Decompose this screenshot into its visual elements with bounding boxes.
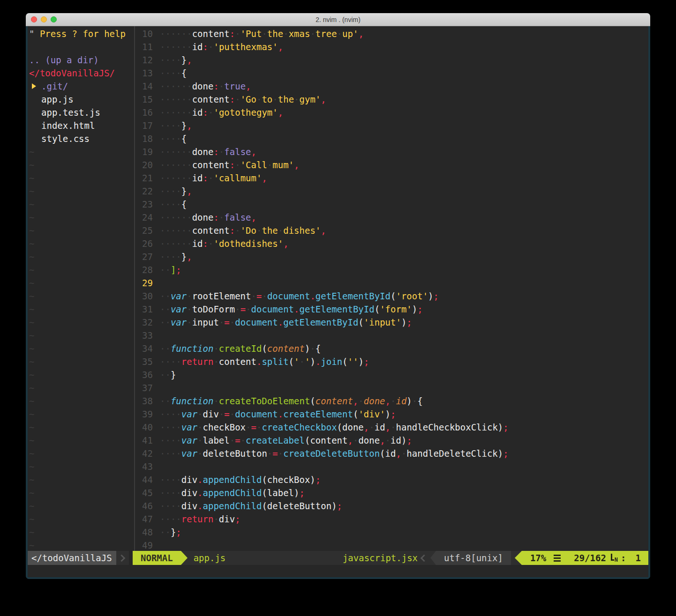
- code-line-37[interactable]: 37: [135, 381, 648, 394]
- code-line-23[interactable]: 23····{: [135, 198, 648, 211]
- code-line-17[interactable]: 17····},: [135, 119, 648, 132]
- tree-item-app-test-js[interactable]: app.test.js: [28, 106, 134, 119]
- command-line[interactable]: [28, 565, 648, 577]
- code-text: ······content:·'Call·mum',: [160, 158, 300, 171]
- tree-tilde: ~: [28, 185, 134, 198]
- tree-tilde: ~: [28, 447, 134, 460]
- code-line-42[interactable]: 42····var·deleteButton·=·createDeleteBut…: [135, 447, 648, 460]
- code-text: ··};: [160, 526, 181, 539]
- code-text: ··var·toDoForm·=·document.getElementById…: [160, 303, 423, 316]
- line-number: 27: [135, 250, 153, 263]
- tree-tilde: ~: [28, 276, 134, 289]
- code-line-44[interactable]: 44····div.appendChild(checkBox);: [135, 473, 648, 486]
- code-line-30[interactable]: 30··var·rootElement·=·document.getElemen…: [135, 289, 648, 303]
- code-line-21[interactable]: 21······id:·'callmum',: [135, 171, 648, 185]
- line-number: 26: [135, 237, 153, 250]
- powerline-arrow-right-icon: [181, 551, 188, 565]
- code-line-33[interactable]: 33: [135, 329, 648, 342]
- code-text: ······content:·'Put·the·xmas·tree·up',: [160, 27, 364, 40]
- code-text: ······done:·true,: [160, 80, 251, 93]
- code-line-10[interactable]: 10······content:·'Put·the·xmas·tree·up',: [135, 27, 648, 40]
- code-line-24[interactable]: 24······done:·false,: [135, 211, 648, 224]
- line-number: 32: [135, 316, 153, 329]
- tree-tilde: ~: [28, 368, 134, 381]
- tree-tilde: ~: [28, 421, 134, 434]
- buffer-list-icon: [554, 553, 561, 563]
- line-number: 44: [135, 473, 153, 486]
- code-line-43[interactable]: 43: [135, 460, 648, 473]
- code-line-26[interactable]: 26······id:·'dothedishes',: [135, 237, 648, 250]
- tree-tilde: ~: [28, 329, 134, 342]
- code-line-25[interactable]: 25······content:·'Do·the·dishes',: [135, 224, 648, 237]
- code-line-36[interactable]: 36··}: [135, 368, 648, 381]
- code-line-32[interactable]: 32··var·input·=·document.getElementById(…: [135, 316, 648, 329]
- statusbar-main-segment: app.js javascript.jsx: [188, 551, 430, 565]
- line-number: 34: [135, 342, 153, 355]
- nerdtree-pane[interactable]: " Press ? for help.. (up a dir)</todoVan…: [28, 26, 134, 551]
- code-line-45[interactable]: 45····div.appendChild(label);: [135, 486, 648, 499]
- code-line-29[interactable]: 29: [135, 276, 648, 289]
- code-line-19[interactable]: 19······done:·false,: [135, 145, 648, 158]
- tree-tilde: ~: [28, 211, 134, 224]
- tree-blank-line: [28, 40, 134, 53]
- code-text: ······content:·'Go·to·the·gym',: [160, 93, 326, 106]
- code-text: ····var·deleteButton·=·createDeleteButto…: [160, 447, 509, 460]
- code-line-11[interactable]: 11······id:·'putthexmas',: [135, 40, 648, 53]
- filename-label: app.js: [194, 551, 226, 565]
- code-line-12[interactable]: 12····},: [135, 53, 648, 67]
- code-text: ······done:·false,: [160, 145, 256, 158]
- line-number: 23: [135, 198, 153, 211]
- tree-tilde: ~: [28, 316, 134, 329]
- terminal-window: 2. nvim . (nvim) " Press ? for help.. (u…: [26, 13, 650, 579]
- line-number: 46: [135, 499, 153, 512]
- tree-root[interactable]: </todoVanillaJS/: [28, 67, 134, 80]
- code-line-47[interactable]: 47····return·div;: [135, 512, 648, 526]
- code-line-27[interactable]: 27····},: [135, 250, 648, 263]
- tree-item-git[interactable]: .git/: [28, 80, 134, 93]
- code-text: ····},: [160, 250, 192, 263]
- code-line-38[interactable]: 38··function·createToDoElement(content,·…: [135, 394, 648, 408]
- tree-item-app-js[interactable]: app.js: [28, 93, 134, 106]
- powerline-arrow-left-icon: [430, 551, 436, 565]
- collapsed-arrow-icon[interactable]: [32, 83, 36, 89]
- line-number-icon-sub: N: [615, 555, 618, 565]
- close-button[interactable]: [31, 16, 37, 22]
- code-line-15[interactable]: 15······content:·'Go·to·the·gym',: [135, 93, 648, 106]
- line-number: 28: [135, 263, 153, 276]
- titlebar[interactable]: 2. nvim . (nvim): [26, 13, 650, 26]
- code-line-46[interactable]: 46····div.appendChild(deleteButton);: [135, 499, 648, 512]
- code-line-20[interactable]: 20······content:·'Call·mum',: [135, 158, 648, 171]
- code-line-16[interactable]: 16······id:·'gotothegym',: [135, 106, 648, 119]
- code-text: ··var·rootElement·=·document.getElementB…: [160, 289, 439, 303]
- code-line-28[interactable]: 28··];: [135, 263, 648, 276]
- tree-up-dir[interactable]: .. (up a dir): [28, 53, 134, 67]
- tree-tilde: ~: [28, 394, 134, 408]
- editor-pane[interactable]: 10······content:·'Put·the·xmas·tree·up',…: [135, 26, 648, 551]
- code-line-14[interactable]: 14······done:·true,: [135, 80, 648, 93]
- line-number: 33: [135, 329, 153, 342]
- code-text: ····},: [160, 185, 192, 198]
- code-line-48[interactable]: 48··};: [135, 526, 648, 539]
- code-line-22[interactable]: 22····},: [135, 185, 648, 198]
- code-line-35[interactable]: 35····return·content.split('·').join('')…: [135, 355, 648, 368]
- code-line-41[interactable]: 41····var·label·=·createLabel(content,·d…: [135, 434, 648, 447]
- code-line-40[interactable]: 40····var·checkBox·=·createCheckbox(done…: [135, 421, 648, 434]
- code-line-13[interactable]: 13····{: [135, 67, 648, 80]
- code-line-39[interactable]: 39····var·div·=·document.createElement('…: [135, 408, 648, 421]
- code-line-18[interactable]: 18····{: [135, 132, 648, 145]
- tree-item-style-css[interactable]: style.css: [28, 132, 134, 145]
- code-text: ····{: [160, 198, 187, 211]
- tree-tilde: ~: [28, 250, 134, 263]
- code-text: ······id:·'callmum',: [160, 171, 267, 185]
- code-line-31[interactable]: 31··var·toDoForm·=·document.getElementBy…: [135, 303, 648, 316]
- powerline-arrow-left-icon: [515, 551, 522, 565]
- line-number: 15: [135, 93, 153, 106]
- code-text: ··function·createToDoElement(content,·do…: [160, 394, 423, 408]
- tree-item-index-html[interactable]: index.html: [28, 119, 134, 132]
- line-number: 39: [135, 408, 153, 421]
- code-line-49[interactable]: 49: [135, 539, 648, 551]
- code-line-34[interactable]: 34··function·createId(content)·{: [135, 342, 648, 355]
- tree-tilde: ~: [28, 499, 134, 512]
- zoom-button[interactable]: [51, 16, 57, 22]
- minimize-button[interactable]: [41, 16, 47, 22]
